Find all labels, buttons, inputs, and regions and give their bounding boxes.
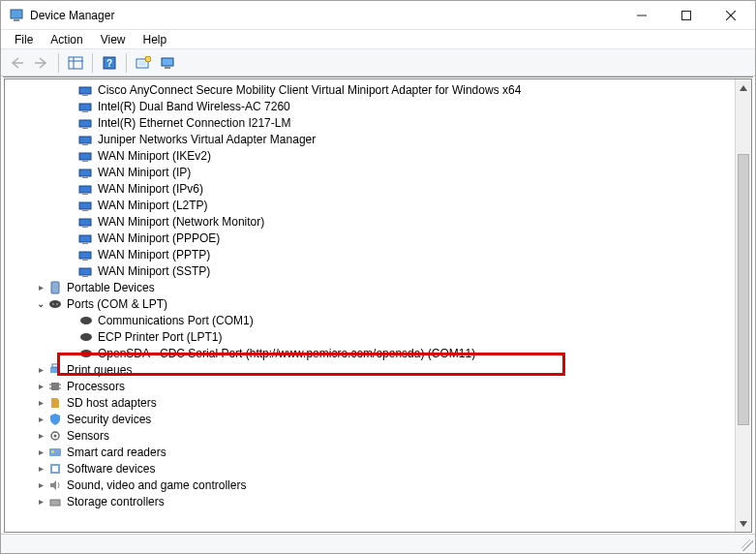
scan-hardware-button[interactable] <box>132 52 155 74</box>
svg-rect-19 <box>82 111 88 112</box>
tree-item-port[interactable]: ▸ECP Printer Port (LPT1) <box>5 328 735 345</box>
svg-point-44 <box>80 317 92 324</box>
tree-item-label: WAN Miniport (IPv6) <box>98 182 203 196</box>
scroll-thumb[interactable] <box>738 154 749 425</box>
expand-icon[interactable]: ▸ <box>34 430 47 441</box>
expand-icon[interactable]: ▸ <box>34 496 47 507</box>
tree-category-processors[interactable]: ▸Processors <box>5 378 735 394</box>
expand-icon[interactable]: ▸ <box>34 479 47 490</box>
tree-category-sd-host[interactable]: ▸SD host adapters <box>5 394 735 411</box>
tree-item-label: Portable Devices <box>67 281 155 294</box>
tree-item-network-adapter[interactable]: ▸WAN Miniport (IP) <box>5 164 735 180</box>
tree-item-label: Sensors <box>67 429 109 443</box>
tree-item-network-adapter[interactable]: ▸WAN Miniport (L2TP) <box>5 197 735 213</box>
speaker-icon <box>47 477 63 493</box>
collapse-icon[interactable]: ⌄ <box>34 298 47 309</box>
svg-rect-39 <box>82 276 88 277</box>
tree-item-port[interactable]: ▸Communications Port (COM1) <box>5 312 735 328</box>
tree-category-ports[interactable]: ⌄Ports (COM & LPT) <box>5 295 735 312</box>
tree-category-security[interactable]: ▸Security devices <box>5 411 735 427</box>
svg-rect-32 <box>79 219 91 226</box>
expand-icon[interactable]: ▸ <box>34 463 47 474</box>
tree-category-portable-devices[interactable]: ▸Portable Devices <box>5 279 735 295</box>
tree-item-network-adapter[interactable]: ▸WAN Miniport (PPPOE) <box>5 230 735 246</box>
tree-item-network-adapter[interactable]: ▸WAN Miniport (PPTP) <box>5 246 735 262</box>
svg-rect-6 <box>69 57 82 69</box>
device-tree[interactable]: ▸Cisco AnyConnect Secure Mobility Client… <box>5 79 735 532</box>
tree-category-smartcard[interactable]: ▸Smart card readers <box>5 444 735 460</box>
minimize-button[interactable] <box>620 1 664 29</box>
tree-category-sensors[interactable]: ▸Sensors <box>5 427 735 444</box>
tree-item-network-adapter[interactable]: ▸Cisco AnyConnect Secure Mobility Client… <box>5 81 735 98</box>
network-adapter-icon <box>78 82 94 98</box>
svg-rect-33 <box>82 227 88 228</box>
expand-icon[interactable]: ▸ <box>34 381 47 391</box>
svg-rect-1 <box>14 19 19 21</box>
svg-point-43 <box>56 303 58 305</box>
expand-icon[interactable]: ▸ <box>34 364 47 375</box>
vertical-scrollbar[interactable] <box>735 79 751 532</box>
tree-viewport: ▸Cisco AnyConnect Secure Mobility Client… <box>4 78 752 533</box>
tree-category-software[interactable]: ▸Software devices <box>5 460 735 477</box>
menu-file[interactable]: File <box>7 32 41 47</box>
ports-icon <box>47 296 63 312</box>
tree-category-sound[interactable]: ▸Sound, video and game controllers <box>5 477 735 493</box>
forward-button[interactable] <box>30 52 53 74</box>
tree-item-label: OpenSDA - CDC Serial Port (http://www.pe… <box>98 347 475 360</box>
cpu-icon <box>47 379 63 394</box>
svg-rect-37 <box>82 260 88 261</box>
scroll-up-button[interactable] <box>736 79 751 96</box>
tree-item-network-adapter[interactable]: ▸WAN Miniport (IPv6) <box>5 180 735 197</box>
maximize-button[interactable] <box>664 1 709 29</box>
network-adapter-icon <box>78 115 94 131</box>
scroll-down-button[interactable] <box>736 515 751 532</box>
tree-category-storage[interactable]: ▸Storage controllers <box>5 493 735 509</box>
tree-item-network-adapter[interactable]: ▸Intel(R) Ethernet Connection I217-LM <box>5 114 735 131</box>
tree-item-label: WAN Miniport (IKEv2) <box>98 149 211 163</box>
tree-item-label: Communications Port (COM1) <box>98 314 254 327</box>
tree-item-network-adapter[interactable]: ▸Juniper Networks Virtual Adapter Manage… <box>5 131 735 147</box>
svg-point-46 <box>80 350 92 357</box>
tree-item-label: Software devices <box>67 462 155 476</box>
tree-item-port-opensda[interactable]: ▸OpenSDA - CDC Serial Port (http://www.p… <box>5 345 735 361</box>
tree-item-label: Print queues <box>67 363 132 377</box>
tree-item-label: Security devices <box>67 413 151 426</box>
svg-rect-60 <box>50 500 60 506</box>
svg-rect-40 <box>51 282 59 293</box>
expand-icon[interactable]: ▸ <box>34 397 47 408</box>
close-button[interactable] <box>709 1 753 29</box>
tree-item-network-adapter[interactable]: ▸WAN Miniport (SSTP) <box>5 262 735 279</box>
sensor-icon <box>47 428 63 444</box>
tree-item-network-adapter[interactable]: ▸Intel(R) Dual Band Wireless-AC 7260 <box>5 98 735 114</box>
devices-by-connection-button[interactable] <box>157 52 180 74</box>
menu-help[interactable]: Help <box>136 32 175 47</box>
svg-rect-23 <box>82 144 88 145</box>
network-adapter-icon <box>78 214 94 230</box>
back-button[interactable] <box>5 52 28 74</box>
svg-text:?: ? <box>106 58 112 69</box>
svg-rect-18 <box>79 104 91 110</box>
menu-view[interactable]: View <box>93 32 134 47</box>
tree-category-print-queues[interactable]: ▸Print queues <box>5 361 735 378</box>
help-button[interactable]: ? <box>98 52 121 74</box>
tree-item-network-adapter[interactable]: ▸WAN Miniport (IKEv2) <box>5 147 735 164</box>
svg-rect-21 <box>82 128 88 129</box>
printer-icon <box>47 362 63 378</box>
menu-action[interactable]: Action <box>43 32 90 47</box>
tree-item-label: WAN Miniport (Network Monitor) <box>98 215 264 229</box>
toolbar-separator <box>92 53 93 73</box>
toolbar-separator <box>126 53 127 73</box>
svg-point-45 <box>80 333 92 341</box>
show-hide-tree-button[interactable] <box>64 52 87 74</box>
scroll-track[interactable] <box>736 96 751 515</box>
svg-rect-20 <box>79 120 91 127</box>
software-icon <box>47 461 63 477</box>
svg-rect-36 <box>79 252 91 259</box>
expand-icon[interactable]: ▸ <box>34 282 47 292</box>
tree-item-network-adapter[interactable]: ▸WAN Miniport (Network Monitor) <box>5 213 735 230</box>
expand-icon[interactable]: ▸ <box>34 446 47 457</box>
tree-item-label: Storage controllers <box>67 495 165 508</box>
expand-icon[interactable]: ▸ <box>34 414 47 424</box>
svg-rect-26 <box>79 169 91 176</box>
portable-devices-icon <box>47 280 63 295</box>
